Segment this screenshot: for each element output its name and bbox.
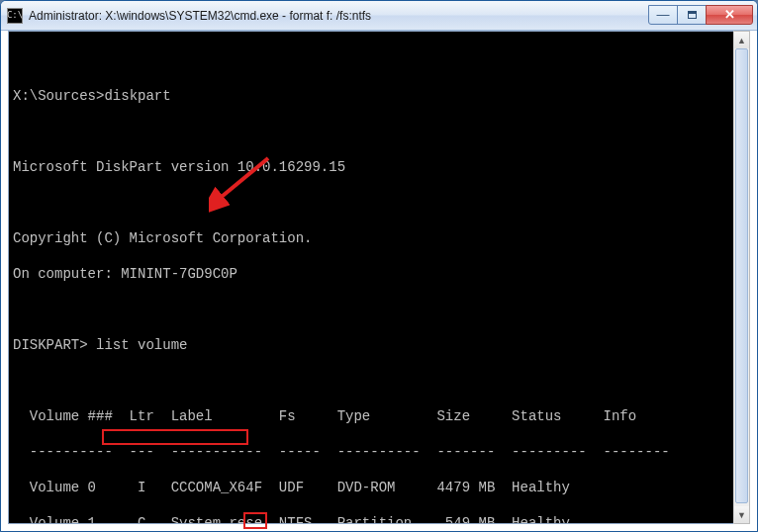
- chevron-up-icon: ▲: [737, 36, 746, 45]
- volume-row: Volume 0 I CCCOMA_X64F UDF DVD-ROM 4479 …: [13, 479, 745, 496]
- cmd-icon: C:\: [7, 8, 23, 24]
- scroll-up-button[interactable]: ▲: [734, 32, 749, 48]
- volume-table-divider: ---------- --- ----------- ----- -------…: [13, 443, 745, 461]
- scroll-down-button[interactable]: ▼: [734, 506, 749, 523]
- volume-row: Volume 1 C System rese NTFS Partition 54…: [13, 514, 745, 524]
- maximize-button[interactable]: [677, 5, 707, 25]
- copyright-line: Copyright (C) Microsoft Corporation.: [13, 229, 745, 247]
- minimize-icon: —: [657, 8, 670, 21]
- minimize-button[interactable]: —: [648, 5, 678, 25]
- volume-table-header: Volume ### Ltr Label Fs Type Size Status…: [13, 407, 745, 425]
- maximize-icon: [688, 11, 697, 19]
- diskpart-banner: Microsoft DiskPart version 10.0.16299.15: [13, 158, 745, 176]
- window-title: Administrator: X:\windows\SYSTEM32\cmd.e…: [29, 9, 648, 23]
- chevron-down-icon: ▼: [737, 510, 746, 520]
- vertical-scrollbar[interactable]: ▲ ▼: [733, 31, 750, 524]
- console-output[interactable]: X:\Sources>diskpart Microsoft DiskPart v…: [8, 31, 750, 524]
- command-diskpart: diskpart: [104, 88, 170, 104]
- cmd-window: C:\ Administrator: X:\windows\SYSTEM32\c…: [0, 0, 758, 532]
- scrollbar-thumb[interactable]: [735, 48, 748, 503]
- titlebar[interactable]: C:\ Administrator: X:\windows\SYSTEM32\c…: [1, 1, 757, 31]
- prompt: X:\Sources>: [13, 88, 104, 104]
- diskpart-prompt: DISKPART>: [13, 337, 96, 353]
- window-controls: — ✕: [648, 5, 753, 25]
- computer-line: On computer: MININT-7GD9C0P: [13, 265, 745, 283]
- close-icon: ✕: [724, 8, 735, 21]
- command-list-volume: list volume: [96, 337, 187, 353]
- close-button[interactable]: ✕: [706, 5, 753, 25]
